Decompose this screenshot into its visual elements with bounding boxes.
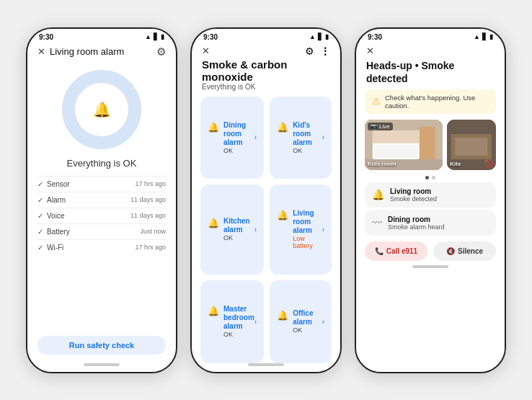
camera-secondary[interactable]: 🚫 Kite [447,120,496,170]
silence-button[interactable]: 🔇 Silence [433,241,496,261]
battery-icon-3: ▮ [489,33,493,40]
wifi-icon-1: ▲ [145,33,151,40]
time-1: 9:30 [39,33,53,41]
alarm-card-dining[interactable]: 🔔 Dining room alarm OK › [200,97,264,179]
no-video-icon: 🚫 [484,159,493,167]
status-bar-3: 9:30 ▲ ▋ ▮ [356,29,505,43]
alarm-card-living-name: Living room alarm [293,209,322,235]
smoke-icon-kids: 🔔 [277,122,288,133]
smoke-alert-living: 🔔 Living room Smoke detected [365,182,496,208]
svg-rect-8 [456,138,488,156]
alarm-card-living[interactable]: 🔔 Living room alarm Low battery › [270,185,332,275]
alarm-card-dining-name: Dining room alarm [223,121,254,147]
alarm-card-dining-status: OK [223,147,254,154]
chevron-icon-office: › [322,318,324,326]
alarm-card-kitchen-name: Kitchen alarm [223,217,254,234]
status-item-sensor: ✓ Sensor 17 hrs ago [37,176,166,192]
home-bar-1 [84,363,120,366]
smoke-icon-dining: 🔔 [208,122,219,133]
smoke-alert-living-desc: Smoke detected [390,195,437,203]
phone2-header-left: ✕ [202,45,210,56]
settings-icon-2[interactable]: ⚙ [305,45,314,57]
check-icon-alarm: ✓ [37,196,43,204]
smoke-alert-living-info: Living room Smoke detected [390,187,437,203]
home-bar-3 [412,265,448,268]
camera-kids-room[interactable]: 📷 Live Kids room [365,120,443,170]
ok-text: Everything is OK [67,158,137,169]
signal-icon-3: ▋ [482,33,487,40]
signal-icons-3: ▲ ▋ ▮ [474,33,493,40]
audio-wave-icon-dining: 〰 [372,217,382,228]
alarm-card-kitchen-info: Kitchen alarm OK [223,217,254,241]
warning-banner: ⚠ Check what's happening. Use caution. [365,89,496,114]
time-3: 9:30 [368,33,382,41]
alarm-card-living-info: Living room alarm Low battery [293,209,322,249]
smoke-alert-dining: 〰 Dining room Smoke alarm heard [365,210,496,236]
chevron-icon-master: › [254,318,257,326]
status-label-alarm: Alarm [47,196,66,204]
smoke-alert-dining-room: Dining room [388,215,445,223]
chevron-icon-living: › [322,226,324,234]
smoke-icon-master: 🔔 [208,306,219,316]
status-bar-2: 9:30 ▲ ▋ ▮ [192,29,340,43]
smoke-detector-icon-living: 🔔 [372,189,384,200]
alarm-icon: 🔔 [93,101,111,118]
phone3-title: Heads-up • Smoke detected [356,59,505,89]
status-item-battery-left: ✓ Battery [37,228,70,236]
phone-2: 9:30 ▲ ▋ ▮ ✕ ⚙ ⋮ Smoke & carbon monoxide… [190,27,342,373]
phone-1: 9:30 ▲ ▋ ▮ ✕ Living room alarm ⚙ 🔔 Ever [26,27,177,373]
chevron-icon-kitchen: › [254,226,257,234]
alarm-card-kids-info: Kid's room alarm OK [293,121,322,154]
settings-icon[interactable]: ⚙ [156,45,166,58]
status-circle: 🔔 [62,70,141,149]
close-icon-3[interactable]: ✕ [366,45,374,56]
camera-row: 📷 Live Kids room 🚫 Kite [356,120,505,174]
status-time-alarm: 11 days ago [130,196,166,203]
smoke-alert-list: 🔔 Living room Smoke detected 〰 Dining ro… [356,182,505,236]
battery-icon-1: ▮ [161,33,164,40]
home-bar-2 [248,363,284,366]
live-badge: 📷 Live [368,123,393,130]
alarm-card-office[interactable]: 🔔 Office alarm OK › [270,280,332,363]
alarm-card-office-info: Office alarm OK [293,309,322,334]
call-e911-button[interactable]: 📞 Call e911 [365,241,427,261]
status-time-voice: 11 days ago [130,212,166,219]
wifi-icon-3: ▲ [474,33,480,40]
action-row: 📞 Call e911 🔇 Silence [356,236,505,265]
signal-icon-1: ▋ [154,33,159,40]
alarm-card-office-status: OK [293,326,322,334]
smoke-alert-living-room: Living room [390,187,437,195]
alarm-card-dining-info: Dining room alarm OK [223,121,254,154]
alarm-grid: 🔔 Dining room alarm OK › 🔔 Kid's room al… [192,97,340,363]
alarm-card-master-left: 🔔 Master bedroom alarm OK [208,305,254,338]
alarm-card-living-status: Low battery [293,235,322,249]
close-icon-2[interactable]: ✕ [202,45,210,56]
smoke-icon-office: 🔔 [277,310,288,321]
close-icon[interactable]: ✕ [37,46,45,57]
status-item-voice-left: ✓ Voice [37,212,64,220]
phone-3-screen: 9:30 ▲ ▋ ▮ ✕ Heads-up • Smoke detected ⚠… [356,29,505,372]
wifi-icon-2: ▲ [309,33,316,40]
smoke-alert-dining-desc: Smoke alarm heard [388,223,445,231]
silence-label: Silence [458,247,483,255]
run-safety-button[interactable]: Run safety check [37,336,166,355]
alarm-card-kitchen[interactable]: 🔔 Kitchen alarm OK › [200,185,264,275]
status-list: ✓ Sensor 17 hrs ago ✓ Alarm 11 days ago … [27,173,176,330]
status-label-battery: Battery [47,228,70,236]
phone-3: 9:30 ▲ ▋ ▮ ✕ Heads-up • Smoke detected ⚠… [355,27,506,373]
alarm-card-master[interactable]: 🔔 Master bedroom alarm OK › [200,280,264,363]
camera-icon: 📷 [371,123,378,130]
alarm-card-kids[interactable]: 🔔 Kid's room alarm OK › [270,97,332,179]
phone3-header: ✕ [356,43,505,59]
check-icon-battery: ✓ [37,228,43,236]
smoke-icon-kitchen: 🔔 [208,218,219,228]
check-icon-sensor: ✓ [37,180,43,188]
check-icon-wifi: ✓ [37,244,43,252]
status-item-wifi: ✓ Wi-Fi 17 hrs ago [37,239,166,255]
more-options-icon[interactable]: ⋮ [320,45,330,57]
status-item-sensor-left: ✓ Sensor [37,180,70,188]
battery-icon-2: ▮ [325,33,329,40]
alarm-card-kitchen-left: 🔔 Kitchen alarm OK [208,217,254,241]
time-2: 9:30 [203,33,218,41]
circle-section: 🔔 Everything is OK [27,63,176,173]
